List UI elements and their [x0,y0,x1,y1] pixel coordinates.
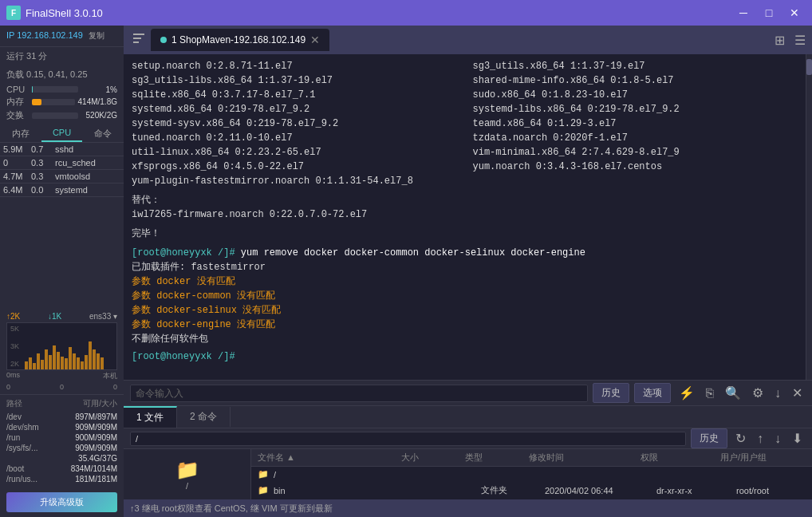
disk-avail-devshm: 909M/909M [75,423,117,432]
svg-rect-1 [133,37,141,39]
replace-pkg: iwl7265-firmware.noarch 0:22.0.7.0-72.el… [132,207,798,222]
terminal-tab-1[interactable]: 1 ShopMaven-192.168.102.149 ✕ [151,29,329,51]
pkg-right-3: sudo.x86_64 0:1.8.23-10.el7 [473,88,798,102]
file-refresh-icon[interactable]: ↻ [732,429,749,448]
col-header-owner[interactable]: 用户/用户组 [720,452,806,464]
search-icon[interactable]: 🔍 [722,384,744,402]
lightning-icon[interactable]: ⚡ [676,384,698,402]
terminal-scrollbar[interactable] [806,54,812,380]
command-input[interactable] [130,385,588,402]
app-title: FinalShell 3.0.10 [26,7,732,19]
pkg-right-2: shared-mime-info.x86_64 0:1.8-5.el7 [473,73,798,88]
file-sort-asc-icon[interactable]: ↓ [771,430,784,448]
disk-path-sysfs: /sys/fs/... [6,444,75,452]
col-header-size[interactable]: 大小 [401,452,465,464]
col-header-date[interactable]: 修改时间 [529,452,641,464]
mem-label: 内存 [6,96,29,108]
package-columns: setup.noarch 0:2.8.71-11.el7 sg3_utils-l… [132,59,798,188]
file-up-icon[interactable]: ↑ [754,430,767,448]
close-button[interactable]: ✕ [783,4,806,22]
disk-path-runus: /run/us... [6,475,75,483]
file-toolbar: 历史 ↻ ↑ ↓ ⬇ [124,428,812,449]
proc-name-sshd: sshd [55,144,120,154]
bottom-tab-commands[interactable]: 2 命令 [177,407,231,427]
options-button[interactable]: 选项 [634,383,671,403]
disk-avail-boot: 834M/1014M [71,464,117,473]
file-owner-bin: root/root [736,486,806,495]
pkg-right-6: tzdata.noarch 0:2020f-1.el7 [473,131,798,145]
file-date-bin: 2020/04/02 06:44 [545,486,656,495]
process-row-rcu: 0 0.3 rcu_sched [0,156,124,170]
mem-value: 414M/1.8G [78,97,117,106]
copy-ip-button[interactable]: 复制 [89,31,104,40]
maximize-button[interactable]: □ [758,4,780,22]
swap-bar-container [32,112,78,119]
gear-icon[interactable]: ⚙ [749,384,767,402]
col-header-name[interactable]: 文件名 ▲ [258,452,401,464]
pkg-right-5: teamd.x86_64 0:1.29-3.el7 [473,116,798,131]
close-icon[interactable]: ✕ [789,384,806,402]
tab-cpu[interactable]: CPU [41,125,83,142]
file-path-input[interactable] [130,432,686,446]
net-up-label: ↑2K [6,312,20,321]
download-icon[interactable]: ↓ [771,385,784,402]
bottom-tab-files[interactable]: 1 文件 [124,406,177,428]
network-header: ↑2K ↓1K ens33 ▾ [6,312,117,321]
tab-command[interactable]: 命令 [82,125,124,142]
output-fastestmirror: 已加载插件: fastestmirror [132,260,798,274]
tab-memory[interactable]: 内存 [0,125,41,142]
proc-mem-rcu: 0 [3,158,31,168]
file-row-bin[interactable]: 📁 bin 文件夹 2020/04/02 06:44 dr-xr-xr-x ro… [251,482,812,499]
net-interface[interactable]: ens33 ▾ [89,312,117,321]
proc-mem-vmtools: 4.7M [3,172,31,181]
history-button[interactable]: 历史 [593,383,629,403]
upgrade-button[interactable]: 升级高级版 [6,492,117,512]
final-prompt: [root@honeyyxk /]# [132,349,798,364]
list-view-button[interactable]: ☰ [791,30,809,51]
file-history-button[interactable]: 历史 [691,428,727,448]
disk-section: 路径 可用/大小 /dev 897M/897M /dev/shm 909M/90… [0,394,124,487]
file-content: 📁 / 文件名 ▲ 大小 类型 修改时间 权限 用户/用户组 📁 [124,449,812,499]
disk-header: 路径 可用/大小 [6,398,117,409]
col-header-perm[interactable]: 权限 [641,452,720,464]
tab-dot [160,37,167,43]
disk-path-devshm: /dev/shm [6,423,75,432]
main-layout: IP 192.168.102.149 复制 运行 31 分 负载 0.15, 0… [0,26,812,517]
file-download-icon[interactable]: ⬇ [789,429,806,448]
disk-avail-runus: 181M/181M [75,475,117,483]
pkg-right-8: yum.noarch 0:3.4.3-168.el7.centos [473,160,798,174]
disk-path-header: 路径 [6,398,22,409]
pkg-line-8: xfsprogs.x86_64 0:4.5.0-22.el7 [132,160,457,174]
copy-icon[interactable]: ⎘ [703,385,717,402]
cpu-bar [32,86,33,93]
net-label-row: 0ms 本机 [6,371,117,381]
proc-cpu-rcu: 0.3 [31,158,55,168]
right-area: 1 ShopMaven-192.168.102.149 ✕ ⊞ ☰ setup.… [124,26,812,517]
network-section: ↑2K ↓1K ens33 ▾ 5K 3K 2K [0,309,124,394]
left-panel-folder-icon: 📁 [175,459,199,481]
process-row-sshd: 5.9M 0.7 sshd [0,143,124,156]
net-local-label: 本机 [103,371,117,381]
left-pkg-col: setup.noarch 0:2.8.71-11.el7 sg3_utils-l… [132,59,457,188]
minimize-button[interactable]: ─ [732,4,755,22]
terminal[interactable]: setup.noarch 0:2.8.71-11.el7 sg3_utils-l… [124,54,806,380]
status-text: ↑3 继电 root权限查看 CentOS, 继 VIM 可更新到最新 [130,503,333,515]
uptime-info: 运行 31 分 [0,47,124,65]
pkg-line-1: setup.noarch 0:2.8.71-11.el7 [132,59,457,73]
net-down-label: ↓1K [48,312,61,321]
pkg-right-1: sg3_utils.x86_64 1:1.37-19.el7 [473,59,798,73]
pkg-line-9: yum-plugin-fastestmirror.noarch 0:1.1.31… [132,174,457,188]
proc-cpu-sshd: 0.7 [31,144,55,154]
col-header-type[interactable]: 类型 [465,452,529,464]
grid-view-button[interactable]: ⊞ [771,30,788,51]
svg-rect-0 [133,34,144,35]
tab-close-button[interactable]: ✕ [310,34,320,46]
pkg-line-6: tuned.noarch 0:2.11.0-10.el7 [132,131,457,145]
output-docker: 参数 docker 没有匹配 [132,274,798,289]
left-panel-path: / [186,481,188,491]
tab-nav-icon[interactable] [127,28,151,52]
term-content-area: setup.noarch 0:2.8.71-11.el7 sg3_utils-l… [124,54,812,380]
file-name-bin: bin [274,486,417,495]
file-row-root[interactable]: 📁 / [251,467,812,482]
disk-avail-header: 可用/大小 [83,398,117,409]
